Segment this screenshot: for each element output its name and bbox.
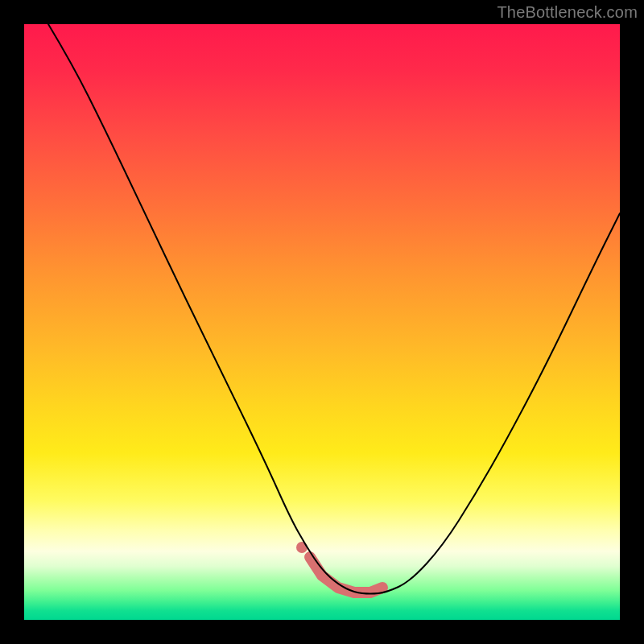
watermark-text: TheBottleneck.com [497, 3, 638, 22]
highlight-marker [296, 542, 308, 553]
optimal-range-highlight [310, 557, 382, 592]
plot-area [24, 24, 620, 620]
chart-frame: TheBottleneck.com [0, 0, 644, 644]
bottleneck-curve [48, 24, 620, 594]
curve-layer [24, 24, 620, 620]
